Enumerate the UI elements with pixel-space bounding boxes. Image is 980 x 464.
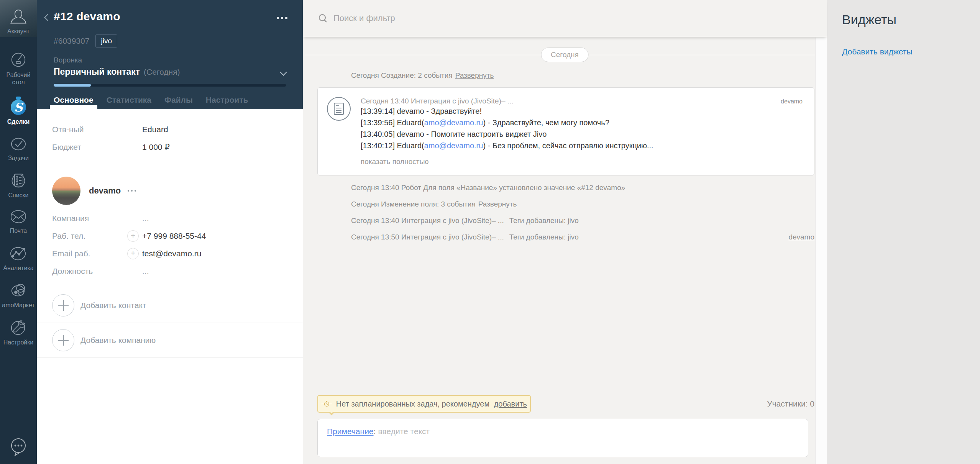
note-input[interactable]: Примечание:введите текст	[317, 419, 808, 457]
plus-circle-icon	[52, 294, 74, 316]
deal-menu-button[interactable]	[277, 17, 287, 19]
event-tags: Теги добавлены: jivo	[509, 216, 579, 225]
search-bar[interactable]	[303, 0, 827, 37]
sidebar-item-market[interactable]: amoМаркет	[0, 277, 37, 314]
stage-selector[interactable]: Первичный контакт (Сегодня)	[54, 67, 286, 77]
field-label: Отв-ный	[52, 125, 142, 134]
tasks-check-icon	[10, 136, 27, 152]
chat-line: [13:40:05] devamo - Помогите настроить в…	[361, 128, 803, 140]
expand-link[interactable]: Развернуть	[455, 71, 494, 80]
sidebar-item-tasks[interactable]: Задачи	[0, 130, 37, 167]
event-creation: Сегодня Создание: 2 события Развернуть	[303, 71, 827, 80]
email-value[interactable]: test@devamo.ru	[142, 249, 201, 258]
chat-text: ) - Здравствуйте, чем могу помочь?	[483, 118, 609, 127]
add-task-link[interactable]: добавить	[494, 400, 527, 408]
sidebar-item-label: Сделки	[6, 118, 31, 125]
dashboard-gauge-icon	[10, 51, 27, 69]
svg-text:S: S	[14, 100, 24, 114]
chat-text: [13:40:12] Eduard(	[361, 141, 424, 150]
contact-avatar[interactable]	[52, 177, 80, 205]
contact-name[interactable]: devamo	[89, 186, 121, 196]
add-contact-button[interactable]: Добавить контакт	[52, 288, 287, 323]
back-button[interactable]	[43, 14, 51, 22]
sidebar-item-settings[interactable]: Настройки	[0, 314, 37, 351]
account-button[interactable]: Аккаунт	[0, 0, 37, 37]
add-widgets-link[interactable]: Добавить виджеты	[842, 47, 980, 56]
note-separator: :	[374, 427, 376, 436]
show-full-link[interactable]: показать полностью	[361, 157, 803, 166]
deal-tabs: Основное Статистика Файлы Настроить	[54, 95, 286, 105]
clock-icon	[321, 398, 334, 410]
event-text: Сегодня 13:50 Интеграция с jivo (JivoSit…	[351, 233, 504, 241]
tab-stats[interactable]: Статистика	[107, 95, 151, 105]
expand-link[interactable]: Развернуть	[478, 200, 517, 208]
field-row-position: Должность ...	[52, 262, 287, 280]
note-placeholder: введите текст	[378, 427, 430, 436]
sidebar-item-mail[interactable]: Почта	[0, 204, 37, 239]
message-meta: Сегодня 13:40 Интеграция с jivo (JivoSit…	[361, 97, 781, 105]
email-link[interactable]: amo@devamo.ru	[424, 141, 483, 150]
contact-card-header: devamo	[52, 177, 287, 205]
budget-value[interactable]: 1 000 ₽	[142, 143, 170, 152]
field-row-email: Email раб. + test@devamo.ru	[52, 245, 287, 262]
tab-files[interactable]: Файлы	[164, 95, 193, 105]
sidebar-item-analytics[interactable]: Аналитика	[0, 239, 37, 277]
date-badge: Сегодня	[541, 48, 589, 62]
company-value[interactable]: ...	[142, 214, 149, 223]
active-tab-indicator	[50, 105, 97, 109]
event-feed: Сегодня Сегодня Создание: 2 события Разв…	[303, 48, 827, 241]
add-email-button[interactable]: +	[127, 248, 139, 259]
deal-main-tab-content: Отв-ный Eduard Бюджет 1 000 ₽ devamo Ком…	[37, 121, 303, 358]
account-label: Аккаунт	[6, 28, 31, 35]
stage-progress-bar	[54, 84, 286, 87]
add-phone-button[interactable]: +	[127, 230, 139, 242]
event-text: Сегодня 13:40 Робот Для поля «Название» …	[351, 184, 625, 192]
sidebar-item-label: Аналитика	[2, 264, 35, 272]
no-tasks-banner: Нет запланированных задач, рекомендуем д…	[317, 395, 531, 413]
plus-circle-icon	[52, 329, 74, 351]
tab-setup[interactable]: Настроить	[206, 95, 248, 105]
contact-menu-button[interactable]	[128, 190, 136, 192]
participants-counter: Участники: 0	[767, 399, 814, 408]
ellipsis-icon	[131, 190, 133, 192]
chat-line: [13:40:12] Eduard(amo@devamo.ru) - Без п…	[361, 140, 803, 151]
event-field-change: Сегодня Изменение поля: 3 события Развер…	[303, 200, 827, 208]
support-chat-button[interactable]	[8, 436, 28, 458]
chat-text: ) - Без проблем, сейчас отправлю инструк…	[483, 141, 653, 150]
position-value[interactable]: ...	[142, 267, 149, 276]
search-input[interactable]	[333, 13, 563, 23]
email-link[interactable]: amo@devamo.ru	[424, 118, 483, 127]
sidebar-item-label: Задачи	[7, 154, 30, 162]
deal-id: #6039307	[54, 36, 89, 46]
app-window: Аккаунт Рабочий стол	[0, 0, 980, 464]
timeline-footer: Нет запланированных задач, рекомендуем д…	[303, 395, 815, 464]
ellipsis-icon	[281, 17, 283, 19]
widgets-title: Виджеты	[842, 12, 980, 27]
tab-main[interactable]: Основное	[54, 95, 94, 105]
sidebar-nav: Рабочий стол S Сделки	[0, 37, 37, 464]
sidebar-item-label: Списки	[7, 192, 30, 199]
add-contact-label: Добавить контакт	[80, 301, 146, 310]
ellipsis-icon	[277, 17, 279, 19]
contact-link[interactable]: devamo	[781, 98, 803, 105]
sidebar-item-lists[interactable]: Списки	[0, 167, 37, 204]
divider	[37, 357, 303, 358]
sidebar-item-label: amoМаркет	[0, 302, 36, 309]
add-company-button[interactable]: Добавить компанию	[52, 323, 287, 357]
sidebar-item-deals[interactable]: S Сделки	[0, 91, 37, 130]
event-text: Сегодня 13:40 Интеграция с jivo (JivoSit…	[351, 216, 504, 225]
sidebar-item-label: Настройки	[2, 339, 35, 346]
sidebar-item-label: Почта	[8, 227, 28, 234]
deal-tag-jivo[interactable]: jivo	[95, 34, 117, 48]
field-row-responsible: Отв-ный Eduard	[52, 121, 287, 138]
ellipsis-icon	[128, 190, 129, 192]
timeline-scrollbar[interactable]	[815, 38, 827, 464]
contact-link[interactable]: devamo	[788, 233, 814, 241]
settings-wrench-icon	[10, 319, 27, 336]
note-type-selector[interactable]: Примечание	[327, 427, 374, 436]
responsible-value[interactable]: Eduard	[142, 125, 168, 134]
timeline-column: Сегодня Сегодня Создание: 2 события Разв…	[303, 0, 827, 464]
phone-value[interactable]: +7 999 888-55-44	[142, 231, 206, 241]
event-tags: Теги добавлены: jivo	[509, 233, 789, 241]
sidebar-item-desktop[interactable]: Рабочий стол	[0, 46, 37, 91]
